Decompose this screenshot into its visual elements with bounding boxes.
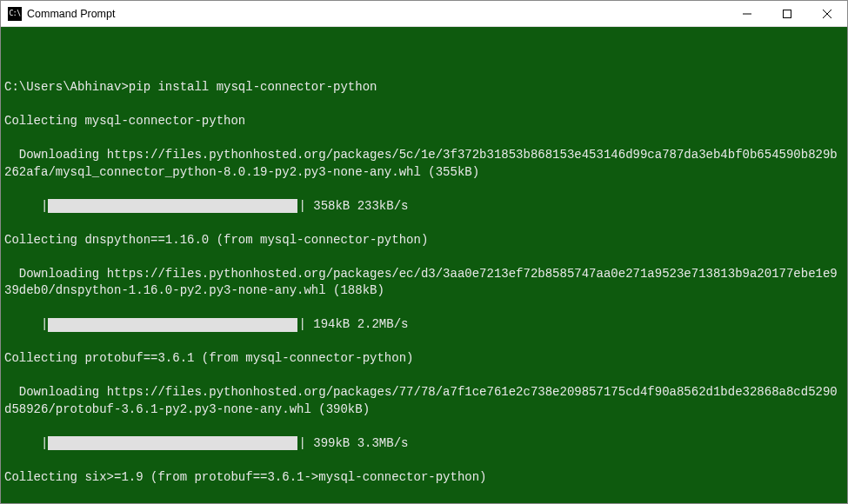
- minimize-icon: [743, 10, 751, 18]
- progress-line: || 358kB 233kB/s: [4, 198, 844, 216]
- progress-stats: 194kB 2.2MB/s: [306, 316, 409, 334]
- close-icon: [823, 10, 831, 18]
- output-line: Downloading https://files.pythonhosted.o…: [4, 503, 844, 504]
- terminal-output[interactable]: C:\Users\Abhinav>pip install mysql-conne…: [1, 27, 847, 503]
- output-line: Collecting protobuf==3.6.1 (from mysql-c…: [4, 350, 844, 368]
- prompt-line: C:\Users\Abhinav>pip install mysql-conne…: [4, 79, 844, 96]
- output-line: Collecting mysql-connector-python: [4, 113, 844, 130]
- app-icon: C:\: [8, 7, 22, 21]
- window-title: Command Prompt: [27, 8, 727, 20]
- output-line: Collecting dnspython==1.16.0 (from mysql…: [4, 232, 844, 249]
- output-line: Downloading https://files.pythonhosted.o…: [4, 147, 844, 181]
- command-prompt-window: C:\ Command Prompt C:\Users\Abhinav>pip …: [0, 0, 848, 504]
- output-line: Downloading https://files.pythonhosted.o…: [4, 266, 844, 300]
- command-text: pip install mysql-connector-python: [129, 80, 377, 94]
- minimize-button[interactable]: [727, 1, 767, 26]
- progress-bar: [48, 436, 298, 450]
- progress-stats: 358kB 233kB/s: [306, 198, 409, 216]
- progress-line: || 194kB 2.2MB/s: [4, 316, 844, 334]
- progress-stats: 399kB 3.3MB/s: [306, 435, 409, 453]
- window-controls: [727, 1, 847, 26]
- output-line: Collecting six>=1.9 (from protobuf==3.6.…: [4, 469, 844, 487]
- close-button[interactable]: [807, 1, 847, 26]
- progress-line: || 399kB 3.3MB/s: [4, 435, 844, 453]
- prompt-text: C:\Users\Abhinav>: [4, 80, 129, 94]
- progress-bar: [48, 318, 298, 332]
- maximize-button[interactable]: [767, 1, 807, 26]
- maximize-icon: [783, 10, 791, 18]
- progress-bar: [48, 199, 298, 213]
- svg-rect-1: [784, 10, 791, 17]
- output-line: Downloading https://files.pythonhosted.o…: [4, 384, 844, 418]
- titlebar[interactable]: C:\ Command Prompt: [1, 1, 847, 27]
